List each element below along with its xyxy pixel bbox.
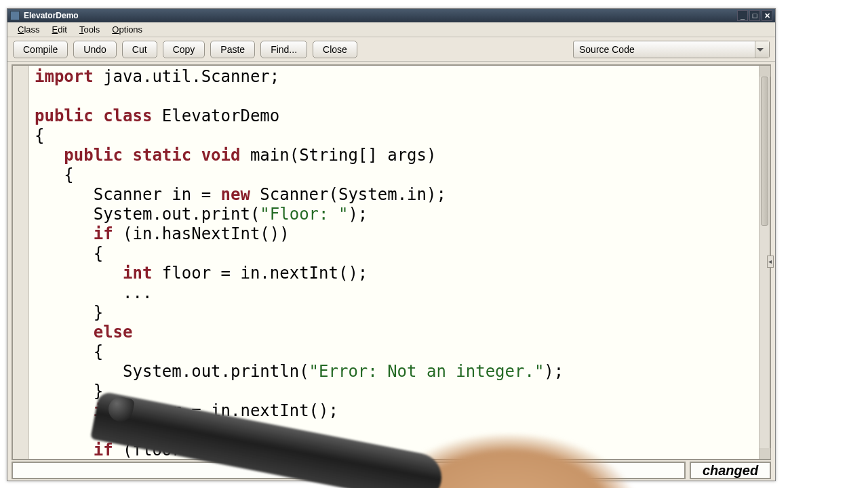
scroll-up-icon[interactable]	[760, 66, 770, 77]
app-icon	[10, 11, 20, 20]
window-title: ElevatorDemo	[24, 11, 737, 20]
scroll-thumb[interactable]	[761, 77, 768, 226]
menu-tools[interactable]: Tools	[73, 23, 106, 36]
view-mode-select[interactable]: Source Code	[573, 41, 770, 58]
menu-class[interactable]: Class	[12, 23, 46, 36]
minimize-button[interactable]: _	[737, 10, 748, 21]
code-editor[interactable]: import java.util.Scanner; public class E…	[29, 66, 759, 459]
editor-area: import java.util.Scanner; public class E…	[12, 64, 771, 460]
menu-options[interactable]: Options	[106, 23, 149, 36]
window-controls: _ □ ✕	[737, 10, 772, 21]
status-area: changed	[12, 462, 771, 479]
close-button[interactable]: Close	[313, 41, 357, 58]
compile-button[interactable]: Compile	[13, 41, 68, 58]
status-message	[12, 462, 686, 479]
maximize-button[interactable]: □	[749, 10, 760, 21]
undo-button[interactable]: Undo	[73, 41, 116, 58]
cut-button[interactable]: Cut	[122, 41, 157, 58]
menu-edit[interactable]: Edit	[46, 23, 73, 36]
toolbar: Compile Undo Cut Copy Paste Find... Clos…	[7, 37, 775, 62]
find-button[interactable]: Find...	[260, 41, 307, 58]
scroll-down-icon[interactable]	[760, 448, 770, 459]
titlebar[interactable]: ElevatorDemo _ □ ✕	[7, 9, 775, 22]
close-window-button[interactable]: ✕	[762, 10, 772, 21]
editor-window: ElevatorDemo _ □ ✕ Class Edit Tools Opti…	[7, 8, 776, 481]
menubar: Class Edit Tools Options	[7, 22, 775, 37]
view-mode-label: Source Code	[579, 44, 635, 55]
copy-button[interactable]: Copy	[163, 41, 205, 58]
status-badge: changed	[690, 462, 771, 479]
collapse-handle-icon[interactable]	[767, 256, 774, 268]
paste-button[interactable]: Paste	[210, 41, 255, 58]
gutter	[13, 66, 29, 459]
